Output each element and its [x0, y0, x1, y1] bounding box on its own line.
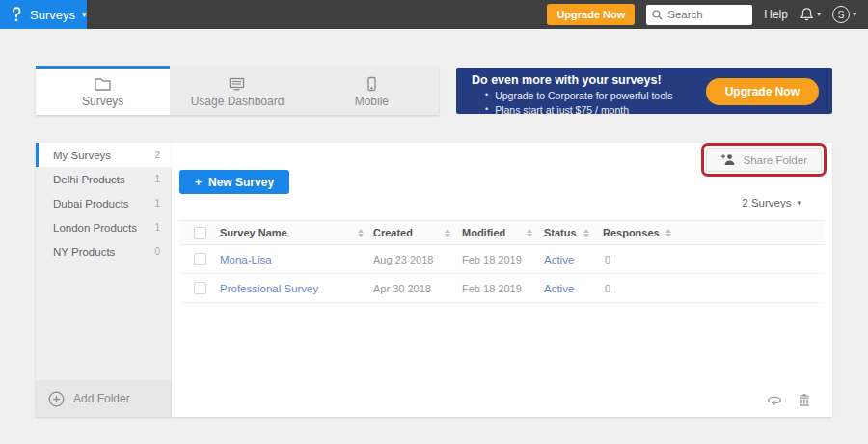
- tab-mobile[interactable]: Mobile: [305, 66, 439, 115]
- banner-bullet: • Plans start at just $75 / month: [472, 103, 832, 118]
- created-date: Aug 23 2018: [373, 254, 433, 265]
- search-box: [646, 5, 752, 25]
- plus-circle-icon: [48, 391, 65, 407]
- status-link[interactable]: Active: [544, 254, 574, 265]
- survey-name-link[interactable]: Mona-Lisa: [220, 254, 272, 265]
- created-date: Apr 30 2018: [373, 283, 431, 294]
- share-folder-highlight: Share Folder: [701, 143, 827, 177]
- modified-date: Feb 18 2019: [462, 254, 522, 265]
- share-user-icon: [720, 153, 736, 166]
- column-header-survey-name: Survey Name: [220, 227, 287, 238]
- table-row: Mona-Lisa Aug 23 2018 Feb 18 2019 Active…: [179, 245, 825, 274]
- folder-count: 1: [154, 198, 160, 208]
- folder-name: My Surveys: [53, 150, 111, 161]
- sort-icon[interactable]: [665, 229, 671, 237]
- banner-bullet-text: Plans start at just $75 / month: [495, 103, 629, 118]
- chevron-down-icon: ▾: [797, 199, 801, 208]
- folder-name: Dubai Products: [53, 198, 129, 209]
- tab-label: Mobile: [355, 95, 389, 108]
- mobile-phone-icon: [363, 76, 381, 92]
- column-header-responses: Responses: [603, 227, 660, 238]
- notifications-menu[interactable]: ▾: [800, 7, 821, 22]
- new-survey-button[interactable]: + New Survey: [179, 170, 289, 194]
- sidebar-item-my-surveys[interactable]: My Surveys 2: [36, 143, 172, 167]
- banner-bullet-text: Upgrade to Corporate for powerful tools: [495, 89, 672, 103]
- status-link[interactable]: Active: [544, 283, 574, 294]
- folder-icon: [94, 76, 112, 92]
- app-menu-label: Surveys: [30, 8, 75, 22]
- banner-upgrade-button[interactable]: Upgrade Now: [706, 78, 819, 105]
- folder-count: 1: [154, 222, 160, 233]
- table-row: Professional Survey Apr 30 2018 Feb 18 2…: [179, 274, 825, 303]
- help-link[interactable]: Help: [764, 8, 788, 21]
- tab-label: Usage Dashboard: [191, 95, 285, 108]
- sidebar-item-dubai-products[interactable]: Dubai Products 1: [36, 191, 172, 215]
- chevron-down-icon: ▾: [82, 11, 87, 19]
- upgrade-now-button[interactable]: Upgrade Now: [547, 4, 635, 25]
- responses-count: 0: [603, 254, 610, 265]
- share-folder-label: Share Folder: [744, 154, 807, 166]
- promo-banner: Do even more with your surveys! • Upgrad…: [456, 68, 832, 114]
- folder-name: NY Products: [53, 246, 115, 258]
- dashboard-icon: [228, 76, 246, 92]
- account-menu[interactable]: S ▾: [832, 6, 856, 23]
- survey-name-link[interactable]: Professional Survey: [220, 283, 318, 294]
- chevron-down-icon: ▾: [817, 11, 821, 18]
- avatar: S: [832, 6, 850, 23]
- sidebar-item-london-products[interactable]: London Products 1: [36, 215, 172, 239]
- folder-count: 1: [154, 174, 160, 184]
- top-bar-right: Upgrade Now Help ▾ S ▾: [547, 4, 868, 25]
- trash-icon[interactable]: [798, 393, 811, 407]
- add-folder-button[interactable]: Add Folder: [36, 380, 172, 417]
- select-all-checkbox[interactable]: [194, 227, 206, 239]
- table-header-row: Survey Name Created Modified Status Resp…: [179, 220, 825, 245]
- plus-icon: +: [195, 176, 202, 189]
- folder-name: London Products: [53, 222, 137, 234]
- surveys-table: Survey Name Created Modified Status Resp…: [179, 220, 825, 303]
- restore-icon[interactable]: [767, 395, 782, 406]
- panel-footer-actions: [767, 393, 811, 407]
- sort-icon[interactable]: [358, 229, 364, 237]
- tab-label: Surveys: [82, 95, 123, 108]
- row-checkbox[interactable]: [194, 253, 206, 265]
- column-header-modified: Modified: [462, 227, 505, 238]
- bell-icon: [800, 7, 814, 22]
- sidebar-item-delhi-products[interactable]: Delhi Products 1: [36, 167, 172, 191]
- folder-name: Delhi Products: [53, 174, 125, 185]
- new-survey-label: New Survey: [208, 176, 274, 189]
- folders-sidebar: My Surveys 2 Delhi Products 1 Dubai Prod…: [36, 143, 172, 417]
- modified-date: Feb 18 2019: [462, 283, 522, 294]
- search-icon: [652, 10, 663, 20]
- bullet-icon: •: [485, 103, 488, 118]
- folder-count: 2: [154, 150, 160, 160]
- top-bar: Surveys ▾ Upgrade Now Help ▾ S ▾: [0, 0, 868, 29]
- chevron-down-icon: ▾: [853, 11, 856, 18]
- share-folder-button[interactable]: Share Folder: [706, 148, 822, 172]
- sort-icon[interactable]: [583, 229, 589, 237]
- surveys-panel: Share Folder + New Survey 2 Surveys ▾ Su…: [172, 143, 832, 417]
- sort-icon[interactable]: [445, 229, 450, 237]
- folder-count: 0: [154, 246, 160, 257]
- section-tabs: Surveys Usage Dashboard Mobile: [36, 66, 439, 115]
- responses-count: 0: [603, 283, 610, 294]
- tab-surveys[interactable]: Surveys: [36, 66, 170, 115]
- app-switcher[interactable]: Surveys ▾: [0, 0, 87, 29]
- proprofs-logo-icon: [10, 6, 23, 23]
- column-header-status: Status: [544, 227, 577, 238]
- survey-count-label: 2 Surveys: [742, 197, 791, 208]
- survey-count-dropdown[interactable]: 2 Surveys ▾: [742, 197, 801, 208]
- row-checkbox[interactable]: [194, 282, 206, 294]
- bullet-icon: •: [485, 89, 488, 103]
- add-folder-label: Add Folder: [73, 392, 130, 405]
- tab-usage-dashboard[interactable]: Usage Dashboard: [170, 66, 304, 115]
- sidebar-item-ny-products[interactable]: NY Products 0: [36, 239, 172, 264]
- sort-icon[interactable]: [527, 229, 532, 237]
- column-header-created: Created: [373, 227, 413, 238]
